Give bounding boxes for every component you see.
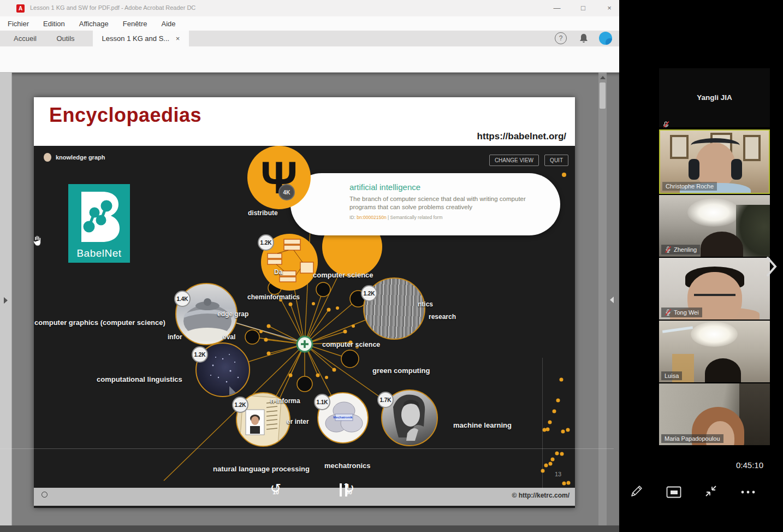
copyright-url: © http://ketrc.com/	[512, 492, 570, 499]
exit-fullscreen-icon[interactable]	[703, 483, 719, 499]
participant-name: Maria Papadopoulou	[661, 434, 723, 443]
right-panel-toggle-icon[interactable]	[610, 297, 614, 303]
label-computer-science-mid: computer science	[322, 341, 380, 348]
maximize-button[interactable]: □	[573, 0, 593, 16]
badge-ai: 4K	[278, 184, 295, 200]
badge-network: 1.2K	[192, 346, 208, 363]
label-research: research	[429, 313, 456, 321]
label-information-left: infor	[168, 333, 182, 341]
definition-tooltip: artificial intelligence The branch of co…	[290, 173, 560, 235]
label-mechatronics: mechatronics	[324, 462, 371, 470]
node-artificial-intelligence: Ψ	[247, 146, 311, 209]
muted-mic-icon	[662, 121, 670, 127]
participant-name: Tong Wei	[661, 308, 702, 317]
center-node	[297, 336, 312, 352]
label-green-computing: green computing	[372, 367, 430, 375]
menu-aide[interactable]: Aide	[162, 20, 176, 28]
menu-edition[interactable]: Edition	[43, 20, 65, 28]
video-tile-christophe[interactable]: Christophe Roche	[659, 129, 770, 194]
video-artifact-line-h	[0, 448, 614, 449]
muted-mic-icon	[665, 309, 672, 316]
help-icon[interactable]: ?	[555, 32, 567, 44]
participant-name: Zhenling	[661, 245, 700, 255]
tooltip-term: artificial intelligence	[349, 182, 420, 192]
participant-name: Yangli JIA	[659, 93, 770, 102]
pdf-page: Encyclopaedias https://babelnet.org/ kno…	[34, 97, 575, 508]
badge-idcard: 1.2K	[232, 397, 248, 413]
tab-accueil[interactable]: Accueil	[5, 31, 45, 46]
vertical-scrollbar[interactable]	[598, 73, 607, 525]
annotate-pencil-icon[interactable]	[628, 483, 645, 499]
player-bar	[34, 488, 575, 506]
scrollbar-thumb[interactable]	[600, 82, 606, 109]
slide-page-number: 13	[555, 471, 561, 477]
video-tile-luisa[interactable]: Luisa	[659, 321, 770, 382]
label-information-right: eval	[223, 333, 235, 341]
label-n-informa: n informa	[270, 397, 300, 405]
notification-bell-icon[interactable]	[578, 32, 590, 46]
babelnet-url: https://babelnet.org/	[477, 131, 566, 142]
next-participants-chevron-icon[interactable]	[766, 256, 778, 280]
tab-close-icon[interactable]: ×	[176, 34, 180, 43]
label-computer-science-top: computer science	[313, 271, 373, 279]
label-machine-learning: machine learning	[453, 421, 512, 429]
tab-document-label: Lesson 1 KG and S...	[102, 34, 170, 43]
label-distribute: distribute	[248, 209, 278, 217]
pip-view-icon[interactable]	[666, 484, 682, 500]
label-computational-linguistics: computational linguistics	[97, 375, 182, 383]
bottom-strip	[0, 525, 619, 532]
window-title: Lesson 1 KG and SW for PDF.pdf - Adobe A…	[30, 4, 195, 11]
forward-30-button: ↻30	[341, 482, 357, 498]
rewind-10-button: ↺10	[268, 482, 284, 498]
tab-outils[interactable]: Outils	[49, 31, 82, 46]
participant-name: Christophe Roche	[662, 182, 717, 191]
muted-mic-icon	[665, 246, 672, 253]
badge-portrait: 1.7K	[377, 392, 394, 408]
label-computer-graphics: computer graphics (computer science)	[34, 318, 165, 327]
screen: A Lesson 1 KG and SW for PDF.pdf - Adobe…	[0, 0, 783, 532]
tooltip-id-value: bn:00002150n	[357, 215, 386, 220]
video-tile-yangli[interactable]: Yangli JIA	[659, 68, 770, 127]
minimize-button[interactable]: —	[547, 0, 567, 16]
menu-affichage[interactable]: Affichage	[79, 20, 109, 28]
video-tile-zhenling[interactable]: Zhenling	[659, 195, 770, 257]
video-tile-maria[interactable]: Maria Papadopoulou	[659, 383, 770, 445]
mechatronics-center-label: Mechatronik	[318, 416, 367, 419]
badge-statue: 1.2K	[361, 285, 377, 302]
left-panel-toggle-icon[interactable]	[4, 297, 8, 304]
label-edge-graph: edge grap	[217, 310, 248, 318]
tab-document[interactable]: Lesson 1 KG and S... ×	[93, 31, 189, 46]
hand-cursor	[32, 235, 43, 249]
menu-fichier[interactable]: Fichier	[8, 20, 29, 28]
label-er-inter: er inter	[287, 418, 309, 425]
label-da: Da	[274, 268, 282, 276]
player-globe-icon	[41, 492, 48, 498]
menu-bar: Fichier Edition Affichage Fenêtre Aide	[0, 16, 619, 31]
title-bar: A Lesson 1 KG and SW for PDF.pdf - Adobe…	[0, 0, 619, 16]
participant-name: Luisa	[661, 371, 682, 380]
meeting-timer: 0:45:10	[736, 460, 763, 470]
label-ntics: ntics	[418, 300, 433, 308]
tooltip-definition: The branch of computer science that deal…	[349, 195, 541, 211]
acrobat-window: A Lesson 1 KG and SW for PDF.pdf - Adobe…	[0, 0, 619, 532]
badge-data: 1.2K	[258, 234, 274, 251]
menu-fenetre[interactable]: Fenêtre	[123, 20, 147, 28]
knowledge-graph-view: knowledge graph CHANGE VIEW QUIT	[34, 146, 575, 508]
video-artifact-line-v	[542, 358, 543, 490]
video-tile-tongwei[interactable]: Tong Wei	[659, 258, 770, 320]
slide-title: Encyclopaedias	[49, 104, 201, 127]
badge-mech: 1.1K	[314, 394, 330, 410]
toolbar: 13 / 158 91,1% ▼ ▼	[0, 46, 619, 73]
label-cheminformatics: cheminformatics	[247, 293, 300, 301]
account-avatar[interactable]	[599, 32, 612, 45]
meeting-panel: Yangli JIA Christophe Roche Zhenling Ton…	[619, 0, 783, 532]
tab-bar: Accueil Outils Lesson 1 KG and S... × ?	[0, 31, 619, 46]
label-nlp: natural language processing	[213, 465, 310, 473]
close-button[interactable]: ×	[600, 0, 619, 16]
more-options-icon[interactable]	[740, 484, 756, 500]
badge-teapot: 1.4K	[174, 291, 191, 307]
scroll-up-icon[interactable]	[600, 76, 606, 79]
acrobat-app-icon: A	[16, 4, 25, 13]
tooltip-id-line: ID: bn:00002150n | Semantically related …	[349, 215, 442, 220]
